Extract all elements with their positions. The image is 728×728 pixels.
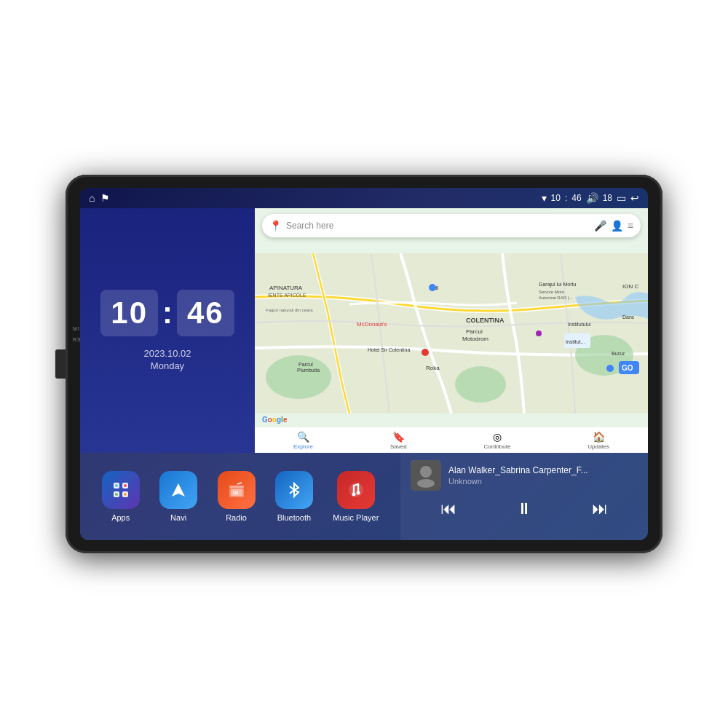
- clock-minutes: 46: [177, 290, 234, 336]
- svg-point-25: [536, 331, 542, 336]
- updates-icon: 🏠: [593, 431, 605, 443]
- google-logo: Google: [262, 416, 287, 424]
- map-pin-icon: 📍: [269, 220, 282, 232]
- radio-label: Radio: [226, 513, 247, 522]
- app-item-radio[interactable]: FM Radio: [218, 471, 256, 522]
- svg-marker-39: [172, 483, 185, 496]
- svg-text:Autorizat RAR |...: Autorizat RAR |...: [539, 296, 573, 300]
- next-button[interactable]: ⏭: [585, 496, 615, 521]
- navi-icon: [159, 471, 197, 509]
- bottom-section: Apps Navi: [80, 453, 648, 540]
- svg-point-36: [124, 484, 127, 487]
- app-item-music[interactable]: Music Player: [333, 471, 379, 522]
- top-section: 10 : 46 2023.10.02 Monday 📍 Search here: [80, 208, 648, 453]
- explore-label: Explore: [293, 443, 313, 450]
- svg-text:ION C: ION C: [622, 283, 638, 290]
- status-time-min: 46: [571, 193, 581, 203]
- map-tab-saved[interactable]: 🔖 Saved: [390, 431, 407, 450]
- explore-icon: 🔍: [297, 431, 309, 443]
- map-user-icon[interactable]: 👤: [611, 220, 623, 232]
- svg-text:IENTE APICOLE: IENTE APICOLE: [268, 293, 306, 298]
- svg-line-44: [237, 483, 242, 484]
- map-mic-icon[interactable]: 🎤: [594, 220, 606, 232]
- svg-point-26: [606, 365, 614, 372]
- svg-text:McDonald's: McDonald's: [357, 321, 387, 328]
- map-search-placeholder[interactable]: Search here: [286, 221, 590, 231]
- svg-text:Institut...: Institut...: [566, 339, 585, 344]
- status-time: 10: [551, 193, 561, 203]
- svg-text:Motodrom: Motodrom: [462, 336, 488, 342]
- svg-point-46: [352, 493, 355, 496]
- status-bar: ⌂ ⚑ ▾ 10 : 46 🔊 18 ▭ ↩: [80, 188, 648, 208]
- bluetooth-icon: [275, 471, 313, 509]
- music-artist: Unknown: [448, 477, 638, 486]
- home-icon[interactable]: ⌂: [89, 192, 95, 204]
- side-btn-1: [55, 349, 66, 379]
- clock-display: 10 : 46: [100, 290, 234, 336]
- music-player-icon: [337, 471, 375, 509]
- svg-point-37: [115, 493, 118, 496]
- svg-text:APINATURA: APINATURA: [269, 285, 303, 291]
- map-layers-icon[interactable]: ≡: [628, 220, 633, 232]
- music-player: Alan Walker_Sabrina Carpenter_F... Unkno…: [400, 453, 648, 540]
- music-controls: ⏮ ⏸ ⏭: [411, 496, 638, 521]
- map-search-bar[interactable]: 📍 Search here 🎤 👤 ≡: [262, 214, 641, 237]
- svg-text:COLENTINA: COLENTINA: [466, 317, 505, 324]
- svg-text:Parcul: Parcul: [298, 362, 313, 367]
- svg-text:Service Moto: Service Moto: [539, 290, 565, 294]
- svg-text:Danc: Danc: [622, 314, 635, 320]
- music-details: Alan Walker_Sabrina Carpenter_F... Unkno…: [448, 465, 638, 486]
- clock-panel: 10 : 46 2023.10.02 Monday: [80, 208, 255, 453]
- clock-colon: :: [162, 298, 173, 328]
- svg-point-38: [124, 493, 127, 496]
- svg-point-49: [420, 466, 432, 478]
- app-item-apps[interactable]: Apps: [102, 471, 140, 522]
- apps-icon: [102, 471, 140, 509]
- screen: ⌂ ⚑ ▾ 10 : 46 🔊 18 ▭ ↩ 10 :: [80, 188, 648, 540]
- radio-icon: FM: [218, 471, 256, 509]
- svg-rect-42: [229, 486, 244, 488]
- svg-text:Hotel Sir Colentina: Hotel Sir Colentina: [368, 347, 410, 352]
- map-panel[interactable]: 📍 Search here 🎤 👤 ≡: [255, 208, 648, 453]
- map-canvas: APINATURA IENTE APICOLE Faguri naturali …: [255, 240, 648, 427]
- music-thumbnail: [411, 460, 441, 491]
- play-pause-button[interactable]: ⏸: [509, 496, 539, 521]
- apps-label: Apps: [111, 513, 130, 522]
- battery-icon: ▭: [617, 192, 626, 204]
- prev-button[interactable]: ⏮: [433, 496, 464, 521]
- music-title: Alan Walker_Sabrina Carpenter_F...: [448, 465, 638, 475]
- svg-text:Garajul lui Mortu: Garajul lui Mortu: [539, 282, 576, 288]
- updates-label: Updates: [587, 443, 609, 450]
- wifi-icon: ▾: [542, 192, 547, 204]
- status-bar-left: ⌂ ⚑: [89, 192, 110, 204]
- volume-level: 18: [603, 193, 612, 203]
- saved-icon: 🔖: [392, 431, 405, 443]
- app-item-bluetooth[interactable]: Bluetooth: [275, 471, 313, 522]
- app-launcher: Apps Navi: [80, 453, 400, 540]
- saved-label: Saved: [390, 443, 407, 450]
- map-icon[interactable]: ⚑: [100, 192, 110, 204]
- day-text: Monday: [143, 360, 191, 371]
- main-content: 10 : 46 2023.10.02 Monday 📍 Search here: [80, 208, 648, 540]
- svg-text:GO: GO: [622, 364, 633, 372]
- map-tab-contribute[interactable]: ◎ Contribute: [483, 431, 510, 450]
- music-info: Alan Walker_Sabrina Carpenter_F... Unkno…: [411, 460, 638, 491]
- status-time-colon: :: [565, 193, 567, 203]
- volume-icon: 🔊: [586, 192, 598, 204]
- status-bar-right: ▾ 10 : 46 🔊 18 ▭ ↩: [542, 192, 639, 204]
- map-tab-explore[interactable]: 🔍 Explore: [293, 431, 313, 450]
- svg-text:FM: FM: [233, 491, 238, 495]
- contribute-icon: ◎: [493, 431, 502, 443]
- map-tab-updates[interactable]: 🏠 Updates: [587, 431, 609, 450]
- svg-point-23: [429, 284, 436, 291]
- back-icon[interactable]: ↩: [630, 192, 639, 204]
- music-label: Music Player: [333, 513, 379, 522]
- svg-point-24: [422, 349, 429, 356]
- svg-point-47: [356, 491, 360, 495]
- clock-hours: 10: [100, 290, 158, 336]
- map-bottom-bar: 🔍 Explore 🔖 Saved ◎ Contribute 🏠: [255, 427, 648, 453]
- svg-text:Roka: Roka: [426, 365, 440, 371]
- contribute-label: Contribute: [483, 443, 510, 450]
- date-display: 2023.10.02 Monday: [143, 348, 191, 371]
- app-item-navi[interactable]: Navi: [159, 471, 197, 522]
